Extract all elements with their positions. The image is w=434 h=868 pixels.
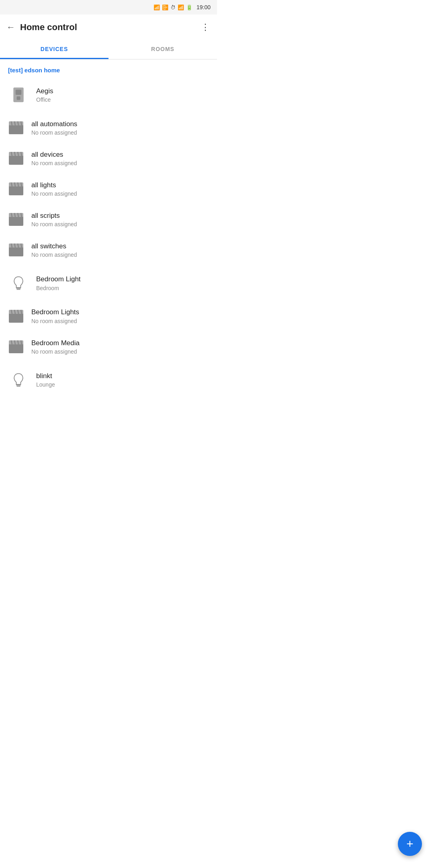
- svg-rect-35: [9, 313, 23, 323]
- list-item[interactable]: Aegis Office: [0, 77, 217, 113]
- device-room: Office: [36, 96, 53, 103]
- signal-icon: 📶: [178, 4, 184, 10]
- device-room: Lounge: [36, 381, 55, 388]
- svg-rect-41: [9, 344, 23, 353]
- device-room: No room assigned: [31, 348, 80, 355]
- clapper-icon: [8, 243, 24, 257]
- list-item[interactable]: Bedroom Lights No room assigned: [0, 301, 217, 331]
- light-icon: [8, 272, 29, 293]
- clapper-icon: [8, 121, 24, 135]
- device-list: Aegis Office all automations No room ass…: [0, 77, 217, 397]
- device-name: all devices: [31, 150, 77, 159]
- list-item[interactable]: all scripts No room assigned: [0, 204, 217, 235]
- device-info: Bedroom Lights No room assigned: [31, 308, 79, 324]
- svg-rect-2: [16, 96, 20, 100]
- device-info: Bedroom Light Bedroom: [36, 275, 81, 291]
- clapper-icon: [8, 212, 24, 227]
- device-room: Bedroom: [36, 285, 81, 291]
- section-title: [test] edson home: [8, 67, 60, 74]
- device-room: No room assigned: [31, 190, 77, 197]
- bluetooth-icon: 📶: [154, 4, 160, 10]
- device-info: Aegis Office: [36, 87, 53, 103]
- device-info: all switches No room assigned: [31, 242, 77, 258]
- svg-rect-21: [9, 216, 23, 226]
- device-name: Bedroom Light: [36, 275, 81, 284]
- alarm-icon: ⏱: [170, 4, 176, 10]
- device-room: No room assigned: [31, 252, 77, 258]
- section-header: [test] edson home: [0, 59, 217, 77]
- switch-icon: [8, 84, 29, 105]
- device-name: Aegis: [36, 87, 53, 96]
- device-name: all switches: [31, 242, 77, 251]
- list-item[interactable]: blinkt Lounge: [0, 362, 217, 397]
- back-button[interactable]: ←: [6, 22, 15, 33]
- status-time: 19:00: [197, 4, 211, 10]
- svg-rect-27: [9, 247, 23, 256]
- list-item[interactable]: Bedroom Light Bedroom: [0, 265, 217, 301]
- device-info: all devices No room assigned: [31, 150, 77, 166]
- app-bar-left: ← Home control: [6, 22, 77, 33]
- device-info: all automations No room assigned: [31, 120, 77, 136]
- list-item[interactable]: Bedroom Media No room assigned: [0, 332, 217, 362]
- device-name: Bedroom Media: [31, 339, 80, 348]
- device-info: blinkt Lounge: [36, 372, 55, 388]
- svg-rect-9: [9, 155, 23, 165]
- device-info: all lights No room assigned: [31, 181, 77, 197]
- tab-devices[interactable]: DEVICES: [0, 40, 108, 59]
- list-item[interactable]: all devices No room assigned: [0, 143, 217, 174]
- vibrate-icon: 📴: [162, 4, 168, 10]
- app-bar: ← Home control ⋮: [0, 14, 217, 40]
- device-name: all lights: [31, 181, 77, 190]
- tabs-bar: DEVICES ROOMS: [0, 40, 217, 59]
- clapper-icon: [8, 151, 24, 166]
- device-name: all scripts: [31, 211, 77, 220]
- list-item[interactable]: all switches No room assigned: [0, 235, 217, 265]
- list-item[interactable]: all lights No room assigned: [0, 174, 217, 204]
- battery-icon: 🔋: [186, 4, 192, 10]
- clapper-icon: [8, 182, 24, 196]
- device-name: Bedroom Lights: [31, 308, 79, 317]
- device-room: No room assigned: [31, 221, 77, 227]
- page-title: Home control: [20, 22, 77, 33]
- svg-rect-15: [9, 186, 23, 195]
- list-item[interactable]: all automations No room assigned: [0, 113, 217, 143]
- device-room: No room assigned: [31, 160, 77, 166]
- tab-rooms[interactable]: ROOMS: [108, 40, 217, 59]
- device-room: No room assigned: [31, 318, 79, 324]
- more-menu-button[interactable]: ⋮: [201, 22, 211, 33]
- status-bar: 📶 📴 ⏱ 📶 🔋 19:00: [0, 0, 217, 14]
- clapper-icon: [8, 309, 24, 323]
- svg-rect-3: [9, 125, 23, 134]
- device-name: blinkt: [36, 372, 55, 381]
- svg-rect-1: [16, 90, 22, 95]
- device-room: No room assigned: [31, 129, 77, 136]
- device-name: all automations: [31, 120, 77, 129]
- device-info: Bedroom Media No room assigned: [31, 339, 80, 355]
- light-icon: [8, 369, 29, 390]
- status-icons: 📶 📴 ⏱ 📶 🔋: [154, 4, 192, 10]
- clapper-icon: [8, 340, 24, 354]
- device-info: all scripts No room assigned: [31, 211, 77, 227]
